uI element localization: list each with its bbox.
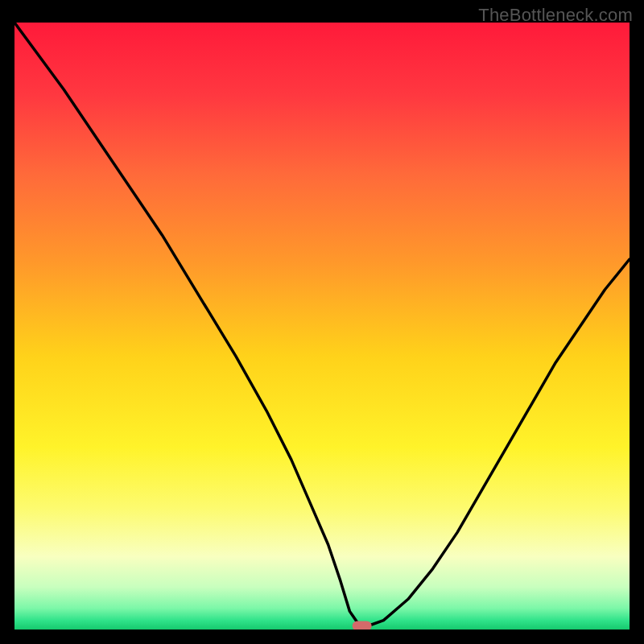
- minimum-marker: [353, 621, 372, 630]
- gradient-background: [14, 23, 630, 630]
- watermark-label: TheBottleneck.com: [478, 5, 633, 26]
- chart-frame: TheBottleneck.com: [0, 0, 644, 644]
- plot-area: [14, 23, 630, 630]
- bottleneck-chart: [14, 23, 630, 630]
